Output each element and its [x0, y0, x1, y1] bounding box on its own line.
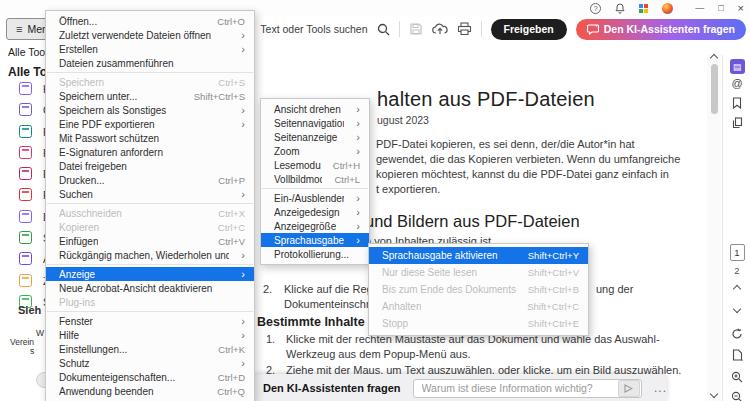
- menu-item-zoom[interactable]: Zoom: [261, 144, 369, 158]
- main-menu-panel: Öffnen...Ctrl+O Zuletzt verwendete Datei…: [45, 10, 255, 401]
- tool-bookmarks[interactable]: [723, 97, 750, 109]
- ask-ai-assistant-button[interactable]: Den KI-Assistenten fragen: [576, 19, 746, 40]
- menu-item-dokumenteigenschaften[interactable]: Dokumenteigenschaften...Ctrl+D: [46, 370, 254, 384]
- more-options-button[interactable]: ...: [654, 381, 667, 395]
- zoom-out-button[interactable]: [723, 391, 750, 401]
- chevron-down-icon: [733, 305, 741, 313]
- organize-pdf-icon: [19, 146, 32, 159]
- scroll-up-icon[interactable]: [710, 54, 718, 62]
- previous-page-button[interactable]: [723, 286, 750, 292]
- menu-item-speichern-als-sonstiges[interactable]: Speichern als Sonstiges: [46, 103, 254, 117]
- page-number-box[interactable]: 1: [723, 244, 750, 261]
- menu-item-vollbildmodus[interactable]: VollbildmodusCtrl+L: [261, 172, 369, 186]
- submenu-arrow-icon: [356, 146, 360, 157]
- menu-item-ansicht-drehen[interactable]: Ansicht drehen: [261, 102, 369, 116]
- menu-item-anwendung-beenden[interactable]: Anwendung beendenCtrl+Q: [46, 384, 254, 398]
- menu-item-datei-freigeben[interactable]: Datei freigeben: [46, 159, 254, 173]
- help-icon[interactable]: ?: [590, 3, 601, 14]
- submenu-arrow-icon: [241, 250, 245, 261]
- menu-item-seitenanzeige[interactable]: Seitenanzeige: [261, 130, 369, 144]
- snapshot-page-button[interactable]: [723, 349, 750, 361]
- upload-cloud-icon[interactable]: [432, 22, 448, 36]
- toolbar-divider: [399, 21, 400, 37]
- apps-grid-icon[interactable]: [639, 4, 648, 13]
- menu-separator: [262, 188, 368, 189]
- menu-item-pdf-exportieren[interactable]: Eine PDF exportieren: [46, 117, 254, 131]
- menu-item-sprachausgabe[interactable]: Sprachausgabe: [261, 233, 369, 247]
- menu-item-sprachausgabe-aktivieren[interactable]: Sprachausgabe aktivierenShift+Ctrl+Y: [369, 247, 588, 264]
- vertical-scrollbar[interactable]: [707, 55, 721, 401]
- doc-heading2: und Bildern aus PDF-Dateien: [365, 212, 580, 231]
- submenu-arrow-icon: [241, 330, 245, 341]
- menu-item-zuletzt-verwendete[interactable]: Zuletzt verwendete Dateien öffnen: [46, 28, 254, 42]
- tool-genai-active[interactable]: ▤: [723, 59, 750, 74]
- menu-item-e-signaturen-anfordern[interactable]: E-Signaturen anfordern: [46, 145, 254, 159]
- toolbar-divider: [481, 21, 482, 37]
- submenu-arrow-icon: [356, 118, 360, 129]
- submenu-arrow-icon: [356, 132, 360, 143]
- menu-item-ein-ausblenden[interactable]: Ein-/Ausblenden: [261, 191, 369, 205]
- copy-icon: [732, 117, 743, 129]
- menu-item-fenster[interactable]: Fenster: [46, 314, 254, 328]
- hamburger-icon: ≡: [16, 23, 22, 35]
- menu-item-erstellen[interactable]: Erstellen: [46, 42, 254, 56]
- next-page-button[interactable]: [723, 306, 750, 312]
- print-icon[interactable]: [457, 22, 472, 36]
- menu-item-schutz[interactable]: Schutz: [46, 356, 254, 370]
- page-snapshot-icon: [732, 349, 743, 361]
- submenu-arrow-icon: [241, 316, 245, 327]
- scrollbar-thumb[interactable]: [711, 64, 718, 114]
- menu-item-plug-ins: Plug-ins: [46, 295, 254, 309]
- search-icon[interactable]: [377, 23, 390, 36]
- submenu-arrow-icon: [241, 44, 245, 55]
- menu-item-einfuegen[interactable]: EinfügenCtrl+V: [46, 234, 254, 248]
- menu-item-einstellungen[interactable]: Einstellungen...Ctrl+K: [46, 342, 254, 356]
- search-label[interactable]: Text oder Tools suchen: [260, 23, 367, 35]
- menu-item-anzeigegroesse[interactable]: Anzeigegröße: [261, 219, 369, 233]
- e-sign-icon: [19, 167, 32, 180]
- menu-item-anzeige[interactable]: Anzeige: [46, 267, 254, 281]
- menu-item-oeffnen[interactable]: Öffnen...Ctrl+O: [46, 14, 254, 28]
- menu-item-rueckgaengig[interactable]: Rückgängig machen, Wiederholen und mehr: [46, 248, 254, 262]
- notifications-bell-icon[interactable]: [615, 3, 625, 14]
- menu-separator: [47, 264, 253, 265]
- menu-item-seitennavigation[interactable]: Seitennavigation: [261, 116, 369, 130]
- menu-item-nur-diese-seite-lesen: Nur diese Seite lesenShift+Ctrl+V: [369, 264, 588, 281]
- minimize-button[interactable]: —: [695, 4, 704, 13]
- menu-item-drucken[interactable]: Drucken...Ctrl+P: [46, 173, 254, 187]
- menu-item-kopieren: KopierenCtrl+C: [46, 220, 254, 234]
- send-button[interactable]: [618, 380, 640, 397]
- scroll-down-icon[interactable]: [710, 390, 718, 398]
- menu-item-bis-zum-ende-lesen: Bis zum Ende des Dokuments lesenShift+Ct…: [369, 281, 588, 298]
- menu-item-lesemodus[interactable]: LesemodusCtrl+H: [261, 158, 369, 172]
- menu-item-dateien-zusammenfuehren[interactable]: Dateien zusammenführen: [46, 56, 254, 70]
- menu-item-protokollierung[interactable]: Protokollierung...: [261, 247, 369, 261]
- sidebar-promo-line: s: [30, 346, 34, 356]
- share-button[interactable]: Freigeben: [491, 19, 567, 40]
- rotate-page-button[interactable]: [723, 328, 750, 340]
- submenu-arrow-icon: [356, 104, 360, 115]
- zoom-in-button[interactable]: [723, 371, 750, 383]
- tool-mentions[interactable]: @: [723, 77, 750, 89]
- menu-item-hilfe[interactable]: Hilfe: [46, 328, 254, 342]
- doc-paragraph-line: t exportieren.: [376, 182, 680, 197]
- speech-submenu-panel: Sprachausgabe aktivierenShift+Ctrl+Y Nur…: [368, 243, 589, 336]
- menu-item-suchen[interactable]: Suchen: [46, 187, 254, 201]
- ai-assistant-bar: Den KI-Assistenten fragen ...: [252, 374, 667, 401]
- menu-item-neue-acrobat-ansicht[interactable]: Neue Acrobat-Ansicht deaktivieren: [46, 281, 254, 295]
- right-tools-panel: ▤ @ 1 2: [722, 55, 750, 401]
- menu-item-anzeigedesign[interactable]: Anzeigedesign: [261, 205, 369, 219]
- browser-logo-icon: [662, 3, 673, 14]
- page-total: 2: [723, 265, 750, 276]
- doc-paragraph-line: kopieren möchtest, kannst du die PDF-Dat…: [376, 167, 680, 182]
- menu-item-mit-passwort-schuetzen[interactable]: Mit Passwort schützen: [46, 131, 254, 145]
- close-button[interactable]: ×: [738, 3, 744, 14]
- pdf-file-icon: [19, 188, 32, 201]
- save-icon: [409, 22, 423, 36]
- ai-question-input[interactable]: [413, 379, 642, 398]
- menu-item-speichern-unter[interactable]: Speichern unter...Shift+Ctrl+S: [46, 89, 254, 103]
- maximize-button[interactable]: □: [718, 4, 723, 13]
- tool-copy-pages[interactable]: [723, 117, 750, 129]
- submenu-arrow-icon: [241, 119, 245, 130]
- menu-separator: [47, 203, 253, 204]
